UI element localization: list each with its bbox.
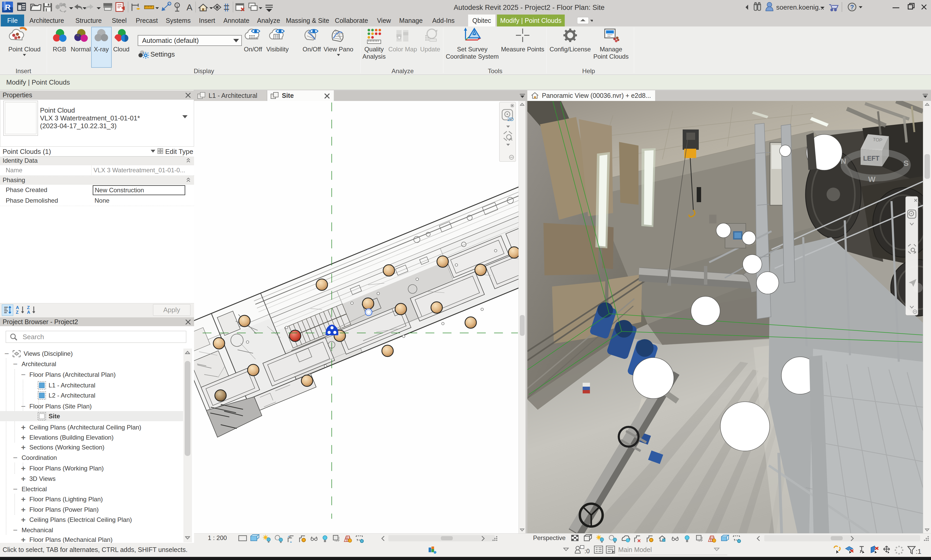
svg-text:Settings: Settings: [150, 50, 175, 58]
svg-text:Z: Z: [27, 305, 29, 310]
svg-text:Z: Z: [16, 310, 19, 315]
svg-text::1: :1: [916, 548, 922, 555]
svg-text:A: A: [187, 2, 193, 12]
svg-text:Autodesk Revit 2025 - Project2: Autodesk Revit 2025 - Project2 - Floor P…: [454, 4, 605, 11]
svg-text:LEFT: LEFT: [863, 155, 880, 162]
svg-text:A: A: [27, 310, 30, 315]
svg-text:N: N: [841, 157, 846, 165]
svg-text:2D: 2D: [507, 117, 514, 122]
svg-text:soeren.koenig...: soeren.koenig...: [776, 3, 824, 11]
svg-text:TOP: TOP: [872, 137, 882, 143]
svg-text:1: 1: [176, 3, 178, 8]
svg-text:A: A: [16, 305, 19, 310]
svg-text:?: ?: [850, 4, 854, 11]
svg-text::0: :0: [585, 548, 590, 555]
svg-text:Automatic (default): Automatic (default): [142, 37, 199, 45]
svg-text:R: R: [5, 3, 11, 11]
svg-text:W: W: [868, 175, 876, 183]
svg-text:S: S: [903, 159, 909, 168]
